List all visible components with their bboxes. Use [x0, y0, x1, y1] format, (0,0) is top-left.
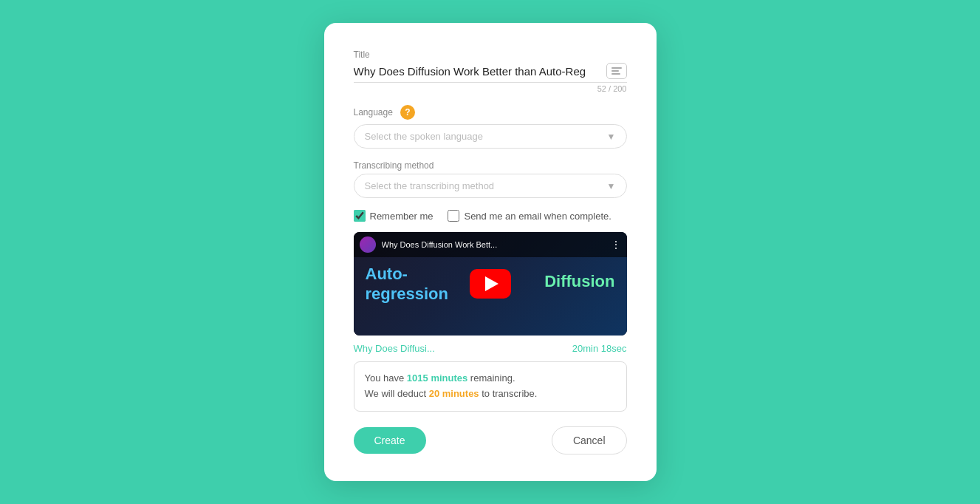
title-label: Title	[354, 50, 627, 60]
info-minutes-remaining: 1015 minutes	[407, 372, 467, 384]
video-channel-icon	[360, 236, 376, 253]
char-count: 52 / 200	[354, 84, 627, 93]
language-label: Language	[354, 107, 393, 118]
title-field-group: Title 52 / 200	[354, 50, 627, 93]
email-checkbox[interactable]: Send me an email when complete.	[448, 210, 611, 222]
transcribing-label: Transcribing method	[354, 160, 627, 171]
title-row	[354, 63, 627, 83]
title-icon-svg	[611, 67, 622, 75]
video-text-left: Auto-regression	[366, 265, 449, 304]
info-deduct-minutes: 20 minutes	[429, 388, 479, 399]
title-icon-button[interactable]	[606, 63, 627, 79]
buttons-row: Create Cancel	[354, 426, 627, 454]
svg-rect-1	[611, 70, 619, 72]
video-text-right: Diffusion	[544, 272, 614, 291]
remember-me-label: Remember me	[370, 211, 434, 222]
remember-me-input[interactable]	[354, 210, 366, 222]
svg-rect-2	[611, 73, 620, 75]
play-triangle-icon	[485, 276, 498, 291]
transcribing-arrow-icon: ▼	[607, 181, 616, 191]
video-preview: Why Does Diffusion Work Bett... ⋮ Auto-r…	[354, 232, 627, 336]
video-title: Why Does Diffusion Work Bett...	[382, 240, 605, 249]
transcribe-modal: Title 52 / 200 Language ? Select the spo…	[324, 23, 657, 481]
video-link[interactable]: Why Does Diffusi...	[354, 343, 435, 354]
language-arrow-icon: ▼	[607, 132, 616, 142]
language-help-icon[interactable]: ?	[400, 105, 415, 120]
video-play-button[interactable]	[470, 269, 511, 299]
transcribing-placeholder: Select the transcribing method	[365, 180, 495, 191]
video-background: Why Does Diffusion Work Bett... ⋮ Auto-r…	[354, 232, 627, 336]
checkboxes-row: Remember me Send me an email when comple…	[354, 210, 627, 222]
language-dropdown[interactable]: Select the spoken language ▼	[354, 124, 627, 149]
video-duration: 20min 18sec	[572, 343, 627, 354]
svg-rect-0	[611, 67, 622, 69]
info-box: You have 1015 minutes remaining. We will…	[354, 361, 627, 412]
language-placeholder: Select the spoken language	[365, 131, 483, 142]
info-remaining-suffix: remaining.	[467, 372, 515, 384]
info-deduct-prefix: We will deduct	[365, 388, 429, 399]
title-input[interactable]	[354, 65, 602, 78]
transcribing-dropdown[interactable]: Select the transcribing method ▼	[354, 174, 627, 198]
transcribing-field-group: Transcribing method Select the transcrib…	[354, 160, 627, 198]
language-row: Language ?	[354, 105, 627, 120]
email-label: Send me an email when complete.	[464, 211, 611, 222]
video-header: Why Does Diffusion Work Bett... ⋮	[354, 232, 627, 257]
info-deduct-suffix: to transcribe.	[479, 388, 538, 399]
remember-me-checkbox[interactable]: Remember me	[354, 210, 434, 222]
email-input[interactable]	[448, 210, 459, 222]
cancel-button[interactable]: Cancel	[552, 426, 627, 454]
create-button[interactable]: Create	[354, 427, 426, 454]
video-footer: Why Does Diffusi... 20min 18sec	[354, 343, 627, 354]
video-menu-icon[interactable]: ⋮	[611, 239, 621, 251]
language-field-group: Language ? Select the spoken language ▼	[354, 105, 627, 149]
info-remaining-prefix: You have	[365, 372, 407, 384]
